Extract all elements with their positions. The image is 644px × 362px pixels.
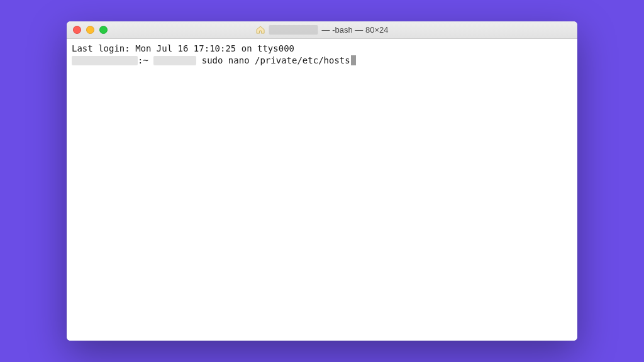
minimize-icon[interactable] (86, 26, 94, 34)
last-login-line: Last login: Mon Jul 16 17:10:25 on ttys0… (72, 43, 572, 55)
home-folder-icon (256, 26, 265, 34)
command-text: sudo nano /private/etc/hosts (196, 55, 350, 67)
title-suffix: — -bash — 80×24 (322, 25, 389, 35)
prompt-separator: :~ (138, 55, 153, 67)
close-icon[interactable] (73, 26, 81, 34)
title-bar[interactable]: — -bash — 80×24 (67, 21, 577, 39)
cursor (351, 55, 356, 65)
prompt-line: :~ sudo nano /private/etc/hosts (72, 55, 572, 67)
redacted-hostname (72, 56, 138, 65)
last-login-text: Last login: Mon Jul 16 17:10:25 on ttys0… (72, 43, 294, 55)
terminal-window: — -bash — 80×24 Last login: Mon Jul 16 1… (67, 21, 577, 341)
redacted-username (153, 56, 196, 65)
traffic-lights (73, 26, 108, 34)
zoom-icon[interactable] (99, 26, 108, 34)
terminal-body[interactable]: Last login: Mon Jul 16 17:10:25 on ttys0… (67, 39, 577, 341)
window-title: — -bash — 80×24 (256, 25, 389, 35)
redacted-title-text (269, 25, 318, 35)
